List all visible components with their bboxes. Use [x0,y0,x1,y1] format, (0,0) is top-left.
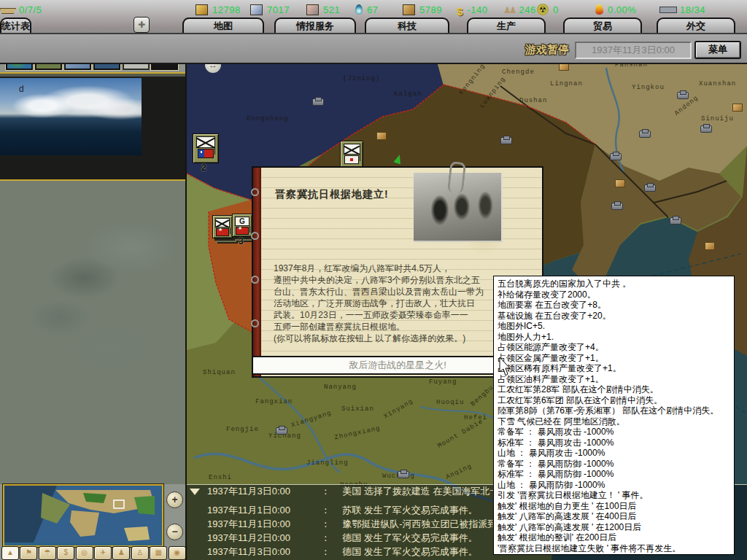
log-message: 苏联 发生了军火交易完成事件。 [342,505,478,516]
map-mode-regions[interactable]: ◉ [169,546,186,560]
event-hint: (你可以将鼠标放在按钮上 以了解你选择的效果。) [274,332,530,345]
unit-counter[interactable] [212,215,233,238]
binder-ring-icon [251,276,259,284]
effect-line: 五台脱离原先的国家加入了中共 。 [498,279,730,289]
sidebar: d + − ▲ ⚑ [0,34,187,560]
province-photo-panel: d [0,77,187,179]
log-entry: 1937年11月3日0:00 ： 德国 发生了军火交易完成事件。 [207,545,478,559]
map-mode-aviation[interactable]: ✈ [94,546,112,560]
effect-line: 占领区能源产量改变了+4。 [498,342,730,353]
red-flag-icon [236,227,249,235]
log-message: 德国 发生了军火交易完成事件。 [342,532,478,543]
log-message: 德国 发生了军火交易完成事件。 [342,546,478,557]
photo-caption: d [19,84,24,94]
unit-count: 3 [239,236,244,246]
unit-counter[interactable]: 2 [193,133,219,163]
status-bar: 游戏暂停 1937年11月3日0:00 菜单 [0,34,747,64]
game-paused-label: 游戏暂停 [525,43,569,57]
game-screen: ↔ (Jining)KalganDongshengFengningLuanpin… [0,0,747,560]
effect-line: 占领区油料产量改变了+1。 [498,374,730,385]
minimap-zoom-out-button[interactable]: − [166,524,183,540]
effect-line: 陸軍第8師（第76軍-旁系湘軍） 部队在这个剧情中消失。 [498,405,730,416]
map-mode-partisans[interactable]: ♙ [131,546,149,560]
effect-line: 引发 '晋察冀抗日根据地建立！ ' 事件。 [498,490,730,501]
binder-ring-icon [251,232,259,240]
tab[interactable]: 情报服务 [274,18,356,33]
map-mode-terrain[interactable]: ▲ [1,546,19,560]
effect-line: 基础设施 在五台改变了+20。 [498,311,730,322]
effect-line: 工农红军第6军团 部队在这个剧情中消失。 [498,395,730,406]
effect-line: 地图外IC+5. [498,321,730,332]
notebook-binding [253,168,261,376]
minimap[interactable] [3,484,163,547]
map-mode-resources[interactable]: ◎ [76,546,93,560]
map-mode-political[interactable]: ⚑ [20,546,37,560]
effect-line: 山地 ： 暴风雨攻击 -1000% [498,448,730,459]
map-mode-weather[interactable]: ☂ [39,546,56,560]
effect-line: 触发' 八路军的高速发展 ' 在400日后 [498,511,730,522]
map-mode-manpower[interactable]: ♟ [112,546,130,560]
log-separator: ： [321,532,340,545]
effect-line: 触发' 根据地的自力更生 ' 在100日后 [498,501,730,512]
unit-count: 2 [201,163,206,173]
log-timestamp: 1937年11月1日0:00 [207,518,318,531]
binder-ring-icon [251,319,259,327]
map-mode-supply[interactable]: ▦ [150,546,167,560]
binder-ring-icon [251,188,259,196]
tab[interactable]: 统计表 [0,18,31,33]
log-timestamp: 1937年11月3日0:00 [207,545,318,559]
effect-line: 工农红军第28军 部队在这个剧情中消失。 [498,384,730,395]
event-description: 1937年8月，红军改编为八路军时共4.5万人， 遵照中共中央的决定，八路军3个… [274,262,530,332]
game-date: 1937年11月3日0:00 [575,42,692,59]
effect-line: '晋察冀抗日根据地建立失败 ' 事件将不再发生。 [498,543,730,554]
effect-line: 山地 ： 暴风雨防御 -1000% [498,480,730,491]
tab[interactable]: 地图 [182,18,264,33]
resource-bar: 12798 7017 521 67 [0,0,747,34]
log-separator: ： [321,518,340,531]
tab[interactable]: 贸易 [563,18,642,33]
tab[interactable]: 科技 [365,18,449,33]
log-entry: 1937年11月2日0:00 ： 德国 发生了军火交易完成事件。 [207,532,478,545]
unit-counter[interactable] [340,141,363,168]
log-timestamp: 1937年11月2日0:00 [207,532,318,545]
japan-flag-icon [344,155,359,164]
nato-symbol-icon [344,144,360,155]
minimap-zoom-in-button[interactable]: + [166,491,183,508]
unit-counter[interactable]: G3 [232,214,252,237]
pan-button[interactable]: ✚ [133,17,150,33]
red-flag-icon [216,228,229,236]
effect-line: 触发' 八路军的高速发展 ' 在1200日后 [498,522,730,533]
event-title: 晋察冀抗日根据地建立! [275,188,389,201]
effect-line: 标准军 ： 暴风雨防御 -1000% [498,469,730,480]
effect-line: 常备军 ： 暴风雨攻击 -1000% [498,427,730,438]
log-separator: ： [321,504,340,517]
log-separator: ： [321,545,340,559]
tab[interactable]: 外交 [657,18,735,33]
main-tabs: 地图 情报服务 科技 生产 贸易 外交 统计表 [0,0,747,34]
effect-line: 占领区稀有原料产量改变了+1。 [498,363,730,374]
log-separator: ： [321,485,340,498]
sidebar-relief-area [0,181,187,484]
effect-line: 地图外人力+1. [498,332,730,343]
effect-line: 标准军 ： 暴风雨攻击 -1000% [498,438,730,448]
log-entry: 1937年11月1日0:00 ： 苏联 发生了军火交易完成事件。 [207,504,478,517]
roc-flag-icon [198,149,214,158]
effect-line: 占领区金属产量改变了+1。 [498,353,730,364]
map-mode-economy[interactable]: $ [57,546,74,560]
map-mode-buttons: ▲ ⚑ ☂ $ ◎ ✈ ♟ ♙ ▦ ◉ [1,546,187,560]
menu-button[interactable]: 菜单 [694,41,741,59]
effect-line: 下雪 气候已经在 阿里地区消散。 [498,416,730,427]
effect-line: 补给储存量改变了2000。 [498,289,730,300]
log-timestamp: 1937年11月3日0:00 [207,485,318,498]
province-photo: d [0,78,142,155]
effect-line: 地面要塞 在五台改变了+8。 [498,300,730,311]
event-effects-tooltip: 五台脱离原先的国家加入了中共 。 补给储存量改变了2000。 地面要塞 在五台改… [493,276,735,555]
log-timestamp: 1937年11月1日0:00 [207,504,318,517]
effect-line: 常备军 ： 暴风雨防御 -1000% [498,459,730,470]
log-scroll-indicator[interactable] [190,489,200,495]
tab[interactable]: 生产 [467,18,546,33]
nato-symbol-icon [196,136,215,148]
effect-line: 触发' 根据地的整训' 在200日后 [498,532,730,543]
